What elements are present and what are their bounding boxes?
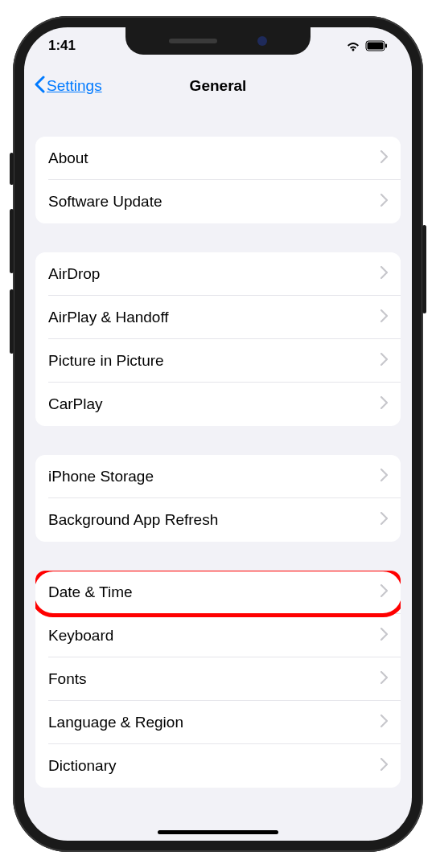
volume-up-button xyxy=(10,209,14,273)
chevron-right-icon xyxy=(380,758,388,774)
row-dictionary[interactable]: Dictionary xyxy=(35,744,401,788)
back-button[interactable]: Settings xyxy=(34,76,102,97)
chevron-right-icon xyxy=(380,353,388,369)
row-label: Background App Refresh xyxy=(48,511,218,529)
svg-rect-1 xyxy=(368,43,384,50)
settings-group: iPhone StorageBackground App Refresh xyxy=(35,455,401,542)
wifi-icon xyxy=(346,41,360,51)
row-label: AirPlay & Handoff xyxy=(48,309,169,326)
row-airplay-handoff[interactable]: AirPlay & Handoff xyxy=(35,296,401,339)
chevron-right-icon xyxy=(380,628,388,644)
chevron-right-icon xyxy=(380,266,388,282)
screen: 1:41 Settings General AboutSoftware Upda… xyxy=(24,27,412,841)
chevron-left-icon xyxy=(34,76,45,97)
chevron-right-icon xyxy=(380,671,388,687)
row-label: Fonts xyxy=(48,670,87,688)
notch xyxy=(125,27,311,55)
row-label: Keyboard xyxy=(48,627,113,645)
row-label: Software Update xyxy=(48,193,162,211)
chevron-right-icon xyxy=(380,396,388,412)
row-label: Dictionary xyxy=(48,757,116,775)
chevron-right-icon xyxy=(380,584,388,600)
chevron-right-icon xyxy=(380,469,388,485)
volume-down-button xyxy=(10,289,14,354)
row-about[interactable]: About xyxy=(35,137,401,180)
battery-icon xyxy=(365,40,388,51)
silent-switch xyxy=(10,153,14,185)
row-label: CarPlay xyxy=(48,395,103,413)
settings-group: AirDropAirPlay & HandoffPicture in Pictu… xyxy=(35,252,401,426)
row-carplay[interactable]: CarPlay xyxy=(35,383,401,426)
phone-frame: 1:41 Settings General AboutSoftware Upda… xyxy=(13,16,423,852)
settings-list[interactable]: AboutSoftware UpdateAirDropAirPlay & Han… xyxy=(24,108,412,812)
row-label: iPhone Storage xyxy=(48,468,154,485)
page-title: General xyxy=(190,77,247,95)
chevron-right-icon xyxy=(380,150,388,166)
row-label: Language & Region xyxy=(48,714,183,731)
row-label: Picture in Picture xyxy=(48,352,164,370)
row-label: Date & Time xyxy=(48,583,133,601)
back-label: Settings xyxy=(47,77,102,95)
chevron-right-icon xyxy=(380,194,388,210)
home-indicator[interactable] xyxy=(158,830,278,834)
svg-rect-2 xyxy=(385,44,387,48)
row-software-update[interactable]: Software Update xyxy=(35,180,401,223)
row-keyboard[interactable]: Keyboard xyxy=(35,614,401,657)
settings-group: AboutSoftware Update xyxy=(35,137,401,223)
chevron-right-icon xyxy=(380,714,388,731)
power-button xyxy=(422,225,426,313)
row-iphone-storage[interactable]: iPhone Storage xyxy=(35,455,401,498)
row-language-region[interactable]: Language & Region xyxy=(35,701,401,744)
row-label: AirDrop xyxy=(48,265,100,283)
navigation-bar: Settings General xyxy=(24,64,412,108)
row-label: About xyxy=(48,149,88,167)
status-time: 1:41 xyxy=(48,38,76,54)
chevron-right-icon xyxy=(380,512,388,528)
chevron-right-icon xyxy=(380,309,388,326)
row-fonts[interactable]: Fonts xyxy=(35,657,401,701)
row-airdrop[interactable]: AirDrop xyxy=(35,252,401,296)
speaker-grille xyxy=(169,39,217,43)
front-camera xyxy=(257,36,267,46)
settings-group: Date & TimeKeyboardFontsLanguage & Regio… xyxy=(35,571,401,788)
row-background-app-refresh[interactable]: Background App Refresh xyxy=(35,498,401,542)
row-date-time[interactable]: Date & Time xyxy=(35,571,401,614)
row-picture-in-picture[interactable]: Picture in Picture xyxy=(35,339,401,383)
